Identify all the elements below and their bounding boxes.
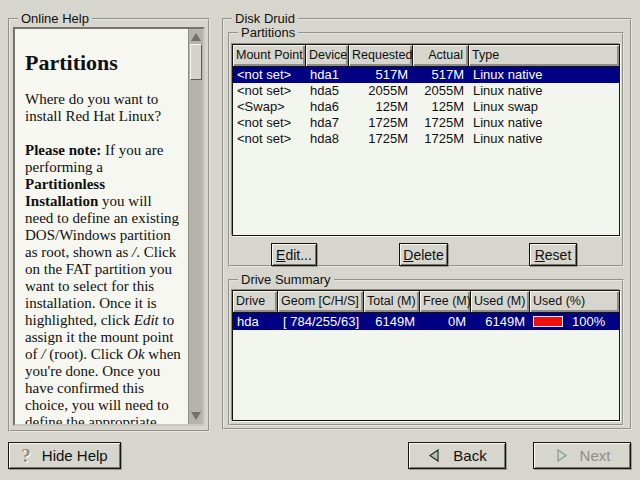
cell-type: Linux native <box>469 131 619 147</box>
help-title: Partitions <box>25 51 182 75</box>
partitions-table-body: <not set> hda1 517M 517M Linux native <n… <box>233 67 619 147</box>
help-scrollbar[interactable] <box>188 29 203 424</box>
help-viewer: Partitions Where do you want to install … <box>13 27 205 426</box>
usage-pct-label: 100% <box>572 313 605 330</box>
column-header-drive[interactable]: Drive <box>233 291 278 312</box>
scrollbar-thumb[interactable] <box>190 44 202 80</box>
help-paragraph-2: Please note: If you are performing a Par… <box>25 142 182 424</box>
cell-requested: 2055M <box>349 83 413 99</box>
next-label: Next <box>580 447 611 464</box>
column-header-used-m[interactable]: Used (M) <box>471 291 530 312</box>
column-header-geom[interactable]: Geom [C/H/S] <box>278 291 364 312</box>
help-content: Partitions Where do you want to install … <box>15 29 188 424</box>
column-header-used-pct[interactable]: Used (%) <box>530 291 619 312</box>
partitions-frame-label: Partitions <box>238 25 298 40</box>
cell-used-pct: 100% <box>530 313 619 330</box>
column-header-actual[interactable]: Actual <box>413 45 469 66</box>
cell-requested: 125M <box>349 99 413 115</box>
partitions-table: Mount Point Device Requested Actual Type… <box>232 44 620 236</box>
column-header-type[interactable]: Type <box>469 45 619 66</box>
online-help-frame-label: Online Help <box>18 11 92 26</box>
cell-type: Linux native <box>469 115 619 131</box>
column-header-mount-point[interactable]: Mount Point <box>233 45 306 66</box>
hide-help-label: Hide Help <box>42 447 108 464</box>
hide-help-button[interactable]: ? Hide Help <box>8 442 121 469</box>
cell-requested: 517M <box>349 67 413 83</box>
cell-actual: 1725M <box>413 115 469 131</box>
scroll-up-icon[interactable] <box>189 30 203 44</box>
partition-row-hda6[interactable]: <Swap> hda6 125M 125M Linux swap <box>233 99 619 115</box>
cell-device: hda1 <box>306 67 349 83</box>
cell-mount-point: <Swap> <box>233 99 306 115</box>
cell-requested: 1725M <box>349 115 413 131</box>
drive-summary-table-body: hda [ 784/255/63] 6149M 0M 6149M 100% <box>233 313 619 330</box>
drive-summary-frame-label: Drive Summary <box>238 272 334 287</box>
cell-requested: 1725M <box>349 131 413 147</box>
help-paragraph-1: Where do you want to install Red Hat Lin… <box>25 91 182 125</box>
edit-button[interactable]: Edit... <box>271 243 317 266</box>
cell-drive: hda <box>233 313 278 330</box>
cell-mount-point: <not set> <box>233 83 306 99</box>
column-header-total[interactable]: Total (M) <box>364 291 420 312</box>
reset-button[interactable]: Reset <box>529 243 577 266</box>
drive-summary-table-header: Drive Geom [C/H/S] Total (M) Free (M) Us… <box>233 291 619 313</box>
cell-device: hda7 <box>306 115 349 131</box>
scroll-down-icon[interactable] <box>189 409 203 423</box>
partitions-table-header: Mount Point Device Requested Actual Type <box>233 45 619 67</box>
cell-device: hda8 <box>306 131 349 147</box>
disk-druid-frame-label: Disk Druid <box>232 11 298 26</box>
partition-row-hda1[interactable]: <not set> hda1 517M 517M Linux native <box>233 67 619 83</box>
cell-type: Linux native <box>469 67 619 83</box>
cell-total: 6149M <box>364 313 420 330</box>
cell-used-m: 6149M <box>471 313 530 330</box>
cell-device: hda5 <box>306 83 349 99</box>
next-button[interactable]: Next <box>533 442 631 469</box>
cell-mount-point: <not set> <box>233 115 306 131</box>
cell-free: 0M <box>420 313 471 330</box>
column-header-requested[interactable]: Requested <box>349 45 413 66</box>
partition-row-hda5[interactable]: <not set> hda5 2055M 2055M Linux native <box>233 83 619 99</box>
delete-button[interactable]: Delete <box>399 243 448 266</box>
next-arrow-icon <box>554 448 569 463</box>
cell-mount-point: <not set> <box>233 67 306 83</box>
partition-row-hda7[interactable]: <not set> hda7 1725M 1725M Linux native <box>233 115 619 131</box>
cell-actual: 1725M <box>413 131 469 147</box>
cell-device: hda6 <box>306 99 349 115</box>
cell-type: Linux native <box>469 83 619 99</box>
cell-actual: 2055M <box>413 83 469 99</box>
back-button[interactable]: Back <box>408 442 506 469</box>
drive-summary-table: Drive Geom [C/H/S] Total (M) Free (M) Us… <box>232 290 620 421</box>
installer-window: Online Help Partitions Where do you want… <box>0 0 640 480</box>
cell-mount-point: <not set> <box>233 131 306 147</box>
cell-actual: 125M <box>413 99 469 115</box>
cell-geom: [ 784/255/63] <box>278 313 364 330</box>
usage-bar <box>533 316 563 327</box>
partition-row-hda8[interactable]: <not set> hda8 1725M 1725M Linux native <box>233 131 619 147</box>
cell-actual: 517M <box>413 67 469 83</box>
online-help-frame: Online Help Partitions Where do you want… <box>8 18 210 432</box>
drive-row-hda[interactable]: hda [ 784/255/63] 6149M 0M 6149M 100% <box>233 313 619 330</box>
column-header-free[interactable]: Free (M) <box>420 291 471 312</box>
column-header-device[interactable]: Device <box>306 45 349 66</box>
back-label: Back <box>453 447 486 464</box>
cell-type: Linux swap <box>469 99 619 115</box>
question-mark-icon: ? <box>21 446 31 465</box>
back-arrow-icon <box>427 448 442 463</box>
